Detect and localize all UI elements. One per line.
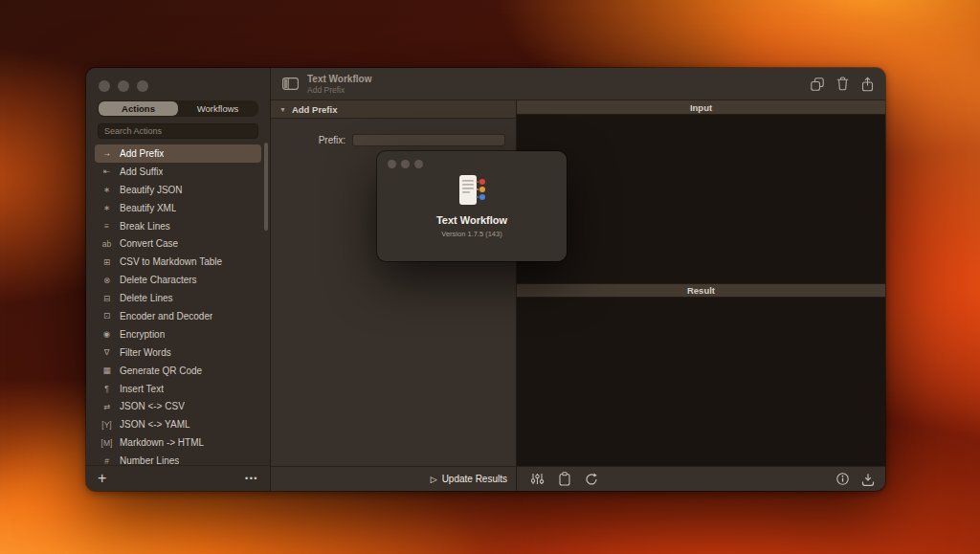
action-item-add-prefix[interactable]: → Add Prefix [95, 144, 261, 163]
about-close-button[interactable] [388, 160, 396, 168]
input-header: Input [517, 100, 885, 115]
delete-characters-icon: ⊗ [100, 276, 113, 285]
bottom-bar-right [836, 473, 885, 486]
action-label: CSV to Markdown Table [120, 256, 222, 267]
tab-workflows[interactable]: Workflows [178, 101, 257, 116]
action-item-insert-text[interactable]: ¶ Insert Text [95, 380, 261, 398]
info-icon[interactable] [836, 473, 849, 485]
zoom-button[interactable] [137, 80, 148, 92]
search-input[interactable] [104, 126, 252, 136]
action-item-generate-qr[interactable]: ▦ Generate QR Code [95, 362, 261, 380]
traffic-lights [86, 68, 270, 92]
action-label: Encryption [120, 329, 165, 340]
action-item-beautify-xml[interactable]: ∗ Beautify XML [95, 199, 261, 217]
add-action-button[interactable]: + [98, 471, 106, 486]
save-icon[interactable] [861, 473, 875, 486]
convert-icon: ⇄ [100, 402, 113, 411]
action-item-break-lines[interactable]: ≡ Break Lines [95, 217, 261, 235]
titlebar: Text Workflow Add Prefix [271, 68, 885, 100]
titlebar-actions [811, 77, 874, 92]
action-label: Delete Characters [120, 275, 197, 285]
action-item-convert-case[interactable]: ab Convert Case [95, 234, 261, 253]
action-item-filter-words[interactable]: ∇ Filter Words [95, 343, 261, 362]
qr-code-icon: ▦ [100, 366, 113, 375]
action-item-json-yaml[interactable]: [Y] JSON <-> YAML [95, 415, 261, 433]
action-label: Markdown -> HTML [120, 437, 204, 448]
update-results-label: Update Results [442, 474, 507, 484]
about-minimize-button[interactable] [401, 160, 410, 168]
sidebar-scrollbar[interactable] [264, 143, 268, 231]
action-list: → Add Prefix ⇤ Add Suffix ∗ Beautify JSO… [86, 143, 270, 465]
letters-icon: ab [100, 239, 113, 249]
action-label: Break Lines [120, 221, 170, 232]
insert-text-icon: ¶ [100, 384, 113, 393]
desktop: Actions Workflows → Add Prefix ⇤ Add Suf… [0, 0, 980, 554]
action-item-json-csv[interactable]: ⇄ JSON <-> CSV [95, 397, 261, 415]
play-icon: ▷ [431, 475, 437, 484]
arrow-to-bar-icon: ⇤ [100, 166, 113, 176]
encoder-icon: ⊡ [100, 311, 113, 321]
action-label: JSON <-> CSV [120, 401, 185, 411]
about-dialog: Text Workflow Version 1.7.5 (143) [377, 151, 567, 261]
action-item-delete-characters[interactable]: ⊗ Delete Characters [95, 271, 261, 289]
sidebar-tabs: Actions Workflows [98, 100, 258, 117]
filter-icon: ∇ [100, 347, 113, 357]
update-results-button[interactable]: ▷ Update Results [431, 474, 507, 484]
input-textarea[interactable] [517, 115, 885, 283]
search-field [98, 123, 258, 139]
action-item-markdown-html[interactable]: [M] Markdown -> HTML [95, 433, 261, 452]
action-label: Generate QR Code [120, 366, 202, 376]
action-item-csv-to-markdown[interactable]: ⊞ CSV to Markdown Table [95, 253, 261, 271]
io-panel: Input Result [517, 100, 885, 466]
clipboard-icon[interactable] [559, 472, 570, 486]
title-block: Text Workflow Add Prefix [307, 74, 371, 95]
about-app-name: Text Workflow [377, 214, 567, 226]
content: ▼ Add Prefix Prefix: Input Result [271, 100, 885, 466]
share-icon[interactable] [861, 77, 874, 92]
disclosure-triangle-icon[interactable]: ▼ [279, 106, 286, 113]
app-window: Actions Workflows → Add Prefix ⇤ Add Suf… [86, 68, 885, 491]
yaml-icon: [Y] [100, 420, 113, 430]
action-label: JSON <-> YAML [120, 419, 190, 430]
main-area: Text Workflow Add Prefix [271, 68, 885, 491]
window-title: Text Workflow [307, 74, 371, 84]
more-options-button[interactable]: ••• [245, 474, 258, 483]
bottom-bar: ▷ Update Results [271, 466, 885, 491]
sidebar-toggle-icon[interactable] [282, 78, 299, 90]
action-label: Number Lines [120, 455, 179, 465]
result-textarea[interactable] [517, 298, 885, 466]
action-label: Encoder and Decoder [120, 311, 212, 321]
sidebar: Actions Workflows → Add Prefix ⇤ Add Suf… [86, 68, 271, 491]
action-item-add-suffix[interactable]: ⇤ Add Suffix [95, 163, 261, 181]
close-button[interactable] [99, 80, 110, 92]
prefix-input[interactable] [352, 134, 505, 146]
prefix-form-row: Prefix: [271, 134, 516, 146]
trash-icon[interactable] [836, 77, 849, 91]
minimize-button[interactable] [118, 80, 129, 92]
bottom-bar-tools [517, 472, 598, 486]
about-zoom-button[interactable] [414, 160, 423, 168]
action-label: Convert Case [120, 238, 178, 249]
app-icon [453, 171, 491, 210]
lines-icon: ≡ [100, 221, 113, 231]
repeat-icon[interactable] [585, 473, 598, 486]
action-item-delete-lines[interactable]: ⊟ Delete Lines [95, 289, 261, 307]
bottom-bar-left: ▷ Update Results [271, 467, 517, 491]
duplicate-icon[interactable] [811, 78, 824, 91]
about-version: Version 1.7.5 (143) [377, 230, 567, 238]
action-label: Beautify XML [120, 203, 176, 213]
action-item-encryption[interactable]: ◉ Encryption [95, 325, 261, 343]
section-title: Add Prefix [292, 104, 338, 115]
section-header[interactable]: ▼ Add Prefix [271, 100, 516, 119]
action-label: Filter Words [120, 347, 171, 358]
prefix-label: Prefix: [303, 135, 345, 145]
number-lines-icon: # [100, 456, 113, 465]
action-label: Beautify JSON [120, 185, 183, 195]
about-traffic-lights [377, 151, 567, 168]
action-item-number-lines[interactable]: # Number Lines [95, 452, 261, 465]
filters-icon[interactable] [530, 473, 545, 485]
tab-actions[interactable]: Actions [99, 101, 178, 116]
action-item-encoder-decoder[interactable]: ⊡ Encoder and Decoder [95, 307, 261, 325]
action-item-beautify-json[interactable]: ∗ Beautify JSON [95, 181, 261, 199]
action-label: Insert Text [120, 384, 164, 394]
